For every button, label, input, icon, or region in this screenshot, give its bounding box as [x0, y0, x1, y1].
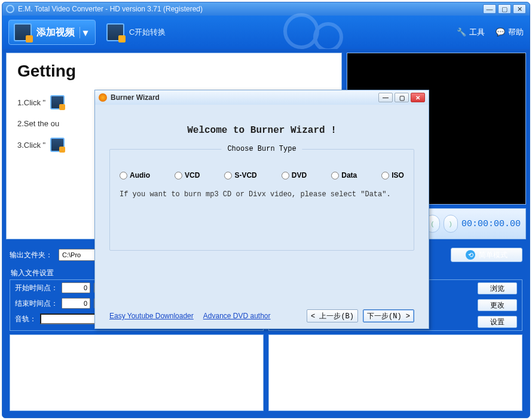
end-h-input[interactable]	[62, 298, 90, 309]
radio-svcd[interactable]: S-VCD	[224, 171, 256, 179]
radio-audio[interactable]: Audio	[120, 171, 150, 179]
burn-type-fieldset: Choose Burn Type Audio VCD S-VCD DVD Dat…	[109, 149, 414, 251]
burner-icon	[99, 93, 107, 102]
tools-menu[interactable]: 🔧 工具	[457, 27, 485, 38]
dialog-close-button[interactable]: ✕	[411, 93, 425, 102]
radio-dvd[interactable]: DVD	[282, 171, 307, 179]
titlebar[interactable]: E.M. Total Video Converter - HD version …	[2, 2, 530, 16]
timecode: 00:00:00.00	[461, 219, 521, 229]
swap-icon: ⟲	[466, 250, 475, 260]
mode-toggle-button[interactable]: ⟲ 简单模式	[451, 248, 522, 262]
dialog-welcome: Welcome to Burner Wizard !	[109, 125, 414, 136]
start-convert-label: C开始转换	[129, 27, 166, 38]
help-icon: 💬	[496, 28, 505, 37]
wrench-icon: 🔧	[457, 28, 466, 37]
add-video-label: 添加视频	[36, 26, 75, 39]
start-h-input[interactable]	[62, 282, 90, 293]
dialog-titlebar[interactable]: Burner Wizard — ▢ ✕	[95, 90, 429, 105]
start-convert-button[interactable]: C开始转换	[102, 20, 170, 45]
fieldset-legend: Choose Burn Type	[221, 145, 302, 153]
browse-button[interactable]: 浏览	[478, 282, 517, 294]
output-label: 输出文件夹：	[10, 250, 53, 260]
dialog-minimize-button[interactable]: —	[378, 93, 393, 102]
back-button[interactable]: < 上一步(B)	[307, 309, 358, 322]
link-youtube-downloader[interactable]: Easy Youtube Downloader	[109, 312, 194, 320]
toolbar: 添加视频 ▾ C开始转换 🔧 工具 💬 帮助	[2, 16, 530, 49]
convert-icon	[106, 23, 124, 41]
add-video-icon	[50, 95, 65, 109]
window-title: E.M. Total Video Converter - HD version …	[18, 5, 203, 13]
mark-out-button[interactable]: )	[444, 215, 458, 233]
file-list-left[interactable]	[10, 334, 264, 411]
radio-vcd[interactable]: VCD	[175, 171, 200, 179]
maximize-button[interactable]: ▢	[498, 4, 511, 14]
settings-button[interactable]: 设置	[478, 316, 517, 328]
getting-started-heading: Getting	[17, 62, 331, 81]
convert-icon	[50, 138, 65, 152]
radio-iso[interactable]: ISO	[381, 171, 404, 179]
change-button[interactable]: 更改	[478, 299, 517, 311]
app-icon	[6, 5, 14, 13]
file-list-right[interactable]	[268, 334, 522, 411]
help-menu[interactable]: 💬 帮助	[496, 27, 524, 38]
dialog-maximize-button[interactable]: ▢	[395, 93, 409, 102]
minimize-button[interactable]: —	[483, 4, 496, 14]
close-button[interactable]: ✕	[513, 4, 526, 14]
burner-wizard-dialog: Burner Wizard — ▢ ✕ Welcome to Burner Wi…	[94, 90, 429, 329]
dialog-title: Burner Wizard	[111, 93, 160, 102]
next-button[interactable]: 下一步(N) >	[363, 309, 414, 322]
burn-hint: If you want to burn mp3 CD or Divx video…	[120, 190, 404, 199]
add-video-button[interactable]: 添加视频 ▾	[8, 20, 96, 45]
add-video-icon	[14, 23, 32, 41]
link-dvd-author[interactable]: Advance DVD author	[203, 312, 271, 320]
chevron-down-icon[interactable]: ▾	[80, 27, 90, 38]
radio-data[interactable]: Data	[331, 171, 357, 179]
